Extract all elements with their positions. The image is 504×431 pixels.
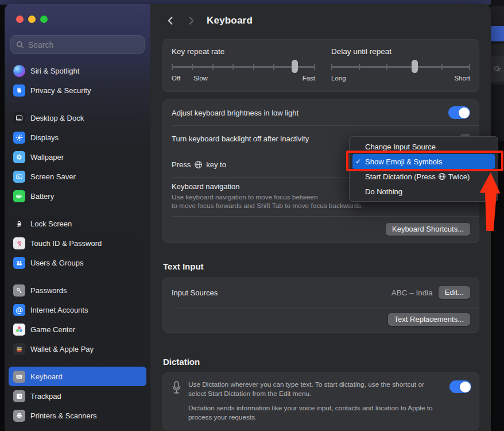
- siri-icon: [13, 65, 25, 77]
- slider-label-off: Off: [172, 75, 180, 82]
- sidebar-item-label: Users & Groups: [30, 259, 83, 267]
- forward-button[interactable]: [185, 14, 197, 27]
- menu-item-do-nothing[interactable]: Do Nothing: [352, 184, 495, 199]
- sidebar-item-label: Printers & Scanners: [30, 411, 97, 420]
- sidebar-item-label: Battery: [30, 192, 54, 201]
- sidebar: Search Siri & Spotlight Privacy & Securi…: [5, 4, 150, 431]
- close-button[interactable]: [16, 16, 24, 23]
- sidebar-item-trackpad[interactable]: Trackpad: [9, 386, 146, 406]
- displays-icon: [13, 132, 25, 144]
- slider-label-slow: Slow: [193, 75, 208, 82]
- sidebar-item-printers[interactable]: Printers & Scanners: [9, 406, 146, 425]
- sidebar-item-label: Keyboard: [30, 372, 63, 381]
- screen-saver-icon: [13, 171, 25, 183]
- key-repeat-card: Key repeat rate Off Slow Fast: [162, 39, 479, 92]
- back-button[interactable]: [164, 14, 177, 27]
- sidebar-item-label: Screen Saver: [30, 172, 76, 181]
- key-icon: [13, 284, 25, 297]
- delay-repeat-slider-thumb[interactable]: [412, 60, 418, 73]
- menu-item-label: Start Dictation (Press: [365, 172, 436, 181]
- search-input[interactable]: Search: [10, 35, 145, 54]
- sidebar-item-label: Desktop & Dock: [30, 114, 84, 122]
- sidebar-item-game-center[interactable]: Game Center: [9, 320, 146, 339]
- wallpaper-icon: [13, 151, 25, 163]
- press-globe-key-label: Press key to: [172, 160, 226, 169]
- sidebar-item-users-groups[interactable]: Users & Groups: [9, 253, 146, 272]
- press-key-suffix: key to: [206, 160, 226, 169]
- desktop-dock-icon: [13, 112, 25, 124]
- shortcuts-row: Keyboard Shortcuts...: [163, 216, 479, 243]
- printer-icon: [13, 410, 25, 422]
- hand-icon: [13, 84, 25, 97]
- sidebar-item-desktop-dock[interactable]: Desktop & Dock: [9, 108, 146, 128]
- content: Key repeat rate Off Slow Fast: [150, 30, 491, 430]
- text-replacements-row: Text Replacements...: [163, 307, 479, 332]
- sidebar-item-screen-saver[interactable]: Screen Saver: [9, 167, 146, 186]
- menu-item-label: Twice): [448, 172, 470, 181]
- sidebar-item-wallet[interactable]: Wallet & Apple Pay: [9, 339, 146, 359]
- input-sources-value: ABC – India: [391, 288, 433, 297]
- sidebar-item-label: Trackpad: [30, 392, 61, 401]
- sidebar-item-label: Internet Accounts: [30, 306, 88, 314]
- slider-label-fast: Fast: [303, 75, 315, 82]
- slider-label-long: Long: [331, 75, 346, 82]
- menu-item-label: Change Input Source: [365, 143, 436, 151]
- text-input-section-title: Text Input: [163, 261, 479, 271]
- sidebar-item-battery[interactable]: Battery: [9, 186, 146, 206]
- background-window-segment: [491, 44, 504, 56]
- trackpad-icon: [13, 390, 25, 402]
- backlight-label: Turn keyboard backlight off after inacti…: [172, 134, 309, 143]
- dictation-description: Use Dictation wherever you can type text…: [188, 380, 442, 422]
- users-icon: [13, 257, 25, 269]
- globe-icon: [194, 160, 203, 169]
- sidebar-item-lock-screen[interactable]: Lock Screen: [9, 214, 146, 233]
- text-input-card: Input Sources ABC – India Edit... Text R…: [162, 278, 479, 333]
- wallet-icon: [13, 343, 25, 355]
- dictation-toggle[interactable]: [449, 380, 471, 393]
- sidebar-item-label: Siri & Spotlight: [30, 67, 79, 75]
- delay-repeat-slider[interactable]: [331, 60, 470, 74]
- search-placeholder: Search: [28, 40, 53, 49]
- keyboard-shortcuts-button[interactable]: Keyboard Shortcuts...: [386, 223, 470, 236]
- sidebar-item-label: Privacy & Security: [30, 86, 91, 95]
- sidebar-item-touch-id[interactable]: Touch ID & Password: [9, 233, 146, 253]
- brightness-label: Adjust keyboard brightness in low light: [172, 109, 298, 117]
- slider-label-short: Short: [455, 75, 471, 82]
- key-repeat-slider-thumb[interactable]: [292, 60, 298, 73]
- search-dropdown-icon: [493, 65, 502, 74]
- input-sources-label: Input Sources: [172, 288, 218, 297]
- sidebar-item-displays[interactable]: Displays: [9, 128, 146, 147]
- background-window-segment: [491, 0, 504, 6]
- brightness-toggle[interactable]: [448, 106, 470, 119]
- sidebar-list: Siri & Spotlight Privacy & Security: [5, 61, 150, 425]
- lock-icon: [13, 218, 25, 230]
- sidebar-item-keyboard[interactable]: Keyboard: [9, 367, 146, 386]
- background-window-titlebar: [491, 6, 504, 26]
- text-replacements-button[interactable]: Text Replacements...: [388, 313, 470, 326]
- screenshot: Search Siri & Spotlight Privacy & Securi…: [0, 0, 504, 431]
- main-pane: Keyboard Key repeat rate Off Sl: [150, 4, 491, 431]
- header: Keyboard: [150, 4, 491, 30]
- press-key-prefix: Press: [172, 160, 191, 169]
- sidebar-item-internet-accounts[interactable]: @ Internet Accounts: [9, 300, 146, 320]
- sidebar-item-siri-spotlight[interactable]: Siri & Spotlight: [9, 61, 146, 80]
- sidebar-item-label: Passwords: [30, 286, 67, 295]
- key-repeat-slider[interactable]: [172, 60, 315, 74]
- minimize-button[interactable]: [28, 16, 36, 23]
- sidebar-item-label: Lock Screen: [30, 220, 72, 228]
- annotation-highlight-box: [346, 151, 503, 171]
- annotation-arrow-up: [478, 172, 503, 232]
- edit-button[interactable]: Edit...: [439, 286, 470, 299]
- background-window-segment: [491, 84, 504, 141]
- search-icon: [16, 41, 24, 49]
- zoom-button[interactable]: [40, 16, 48, 23]
- sidebar-item-label: Game Center: [30, 325, 75, 334]
- dictation-section-title: Dictation: [163, 357, 479, 367]
- sidebar-item-wallpaper[interactable]: Wallpaper: [9, 147, 146, 167]
- page-title: Keyboard: [207, 15, 253, 26]
- sidebar-item-label: Touch ID & Password: [30, 239, 102, 248]
- sidebar-item-privacy-security[interactable]: Privacy & Security: [9, 80, 146, 100]
- system-settings-window: Search Siri & Spotlight Privacy & Securi…: [5, 4, 491, 431]
- input-sources-row: Input Sources ABC – India Edit...: [163, 278, 479, 307]
- sidebar-item-passwords[interactable]: Passwords: [9, 280, 146, 300]
